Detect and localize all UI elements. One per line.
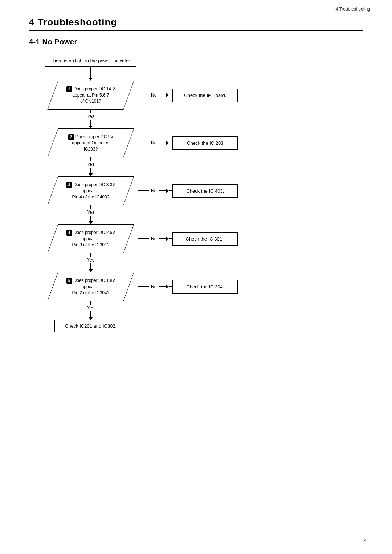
page-number: 4-1	[364, 538, 370, 543]
end-box-text: Check IC201 and IC302.	[65, 323, 117, 329]
step-4-diamond-section: 4Does proper DC 2.5Vappear atPin 3 of th…	[44, 224, 138, 253]
result-2: Check the IC 203	[172, 136, 238, 150]
yes-row-2: Yes	[44, 157, 138, 176]
step-5-diamond: 5Does proper DC 1.8Vappear atPin 2 of th…	[53, 272, 129, 301]
result-1: Check the IP Board.	[172, 89, 238, 102]
end-box-container: Check IC201 and IC302.	[44, 320, 138, 332]
result-5: Check the IC 304.	[172, 280, 238, 294]
yes-label-2: Yes	[87, 162, 94, 167]
step-3-diamond-section: 3Does proper DC 3.3Vappear atPin 4 of th…	[44, 176, 138, 205]
badge-5: 5	[66, 278, 72, 284]
arrow-0	[89, 78, 93, 81]
step-5-no-section: No Check the IC 304.	[138, 280, 363, 294]
result-4: Check the IC 301 .	[172, 232, 238, 246]
yes-row-1: Yes	[44, 110, 138, 128]
step-4-diamond-text: 4Does proper DC 2.5Vappear atPin 3 of th…	[63, 230, 119, 248]
badge-2: 2	[68, 134, 74, 140]
no-label-5: No	[151, 284, 156, 289]
yes-row-5: Yes	[44, 301, 138, 320]
subsection-title: 4-1 No Power	[29, 38, 363, 46]
result-3: Check the IC 403.	[172, 184, 238, 198]
step-5: 5Does proper DC 1.8Vappear atPin 2 of th…	[44, 272, 363, 320]
step-4-row: 4Does proper DC 2.5Vappear atPin 3 of th…	[44, 224, 363, 253]
step-2-row: 2Does proper DC 5Vappear at Output ofIC2…	[44, 128, 363, 157]
end-box: Check IC201 and IC302.	[54, 320, 127, 332]
step-5-diamond-section: 5Does proper DC 1.8Vappear atPin 2 of th…	[44, 272, 138, 301]
page-footer: 4-1	[0, 535, 392, 543]
step-2-diamond-text: 2Does proper DC 5Vappear at Output ofIC2…	[65, 134, 117, 152]
badge-4: 4	[66, 230, 72, 236]
yes-label-3: Yes	[87, 210, 94, 215]
yes-row-3: Yes	[44, 205, 138, 224]
hline-1c	[169, 95, 172, 95]
no-label-1: No	[151, 93, 156, 98]
page-header: 4 Troubleshooting	[0, 0, 392, 13]
step-2: 2Does proper DC 5Vappear at Output ofIC2…	[44, 128, 363, 176]
yes-label-4: Yes	[87, 258, 94, 263]
yes-row-4: Yes	[44, 253, 138, 272]
page-content: 4 Troubleshooting 4-1 No Power There is …	[0, 13, 392, 354]
yes-label-1: Yes	[87, 114, 94, 119]
step-3-diamond-text: 3Does proper DC 3.3Vappear atPin 4 of th…	[63, 182, 119, 200]
start-box: There is no light in the power indicator…	[45, 55, 137, 67]
step-1-row: 1Does proper DC 14 Vappear at Pin 5,6,7o…	[44, 81, 363, 110]
start-box-text: There is no light in the power indicator…	[50, 58, 131, 63]
step-4-diamond: 4Does proper DC 2.5Vappear atPin 3 of th…	[53, 224, 129, 253]
hline-1b	[159, 95, 166, 95]
vline-0	[90, 67, 91, 78]
no-label-2: No	[151, 140, 156, 145]
step-3-row: 3Does proper DC 3.3Vappear atPin 4 of th…	[44, 176, 363, 205]
step-2-no-section: No Check the IC 203	[138, 136, 363, 150]
step-3-diamond: 3Does proper DC 3.3Vappear atPin 4 of th…	[53, 176, 129, 205]
step-1-diamond-text: 1Does proper DC 14 Vappear at Pin 5,6,7o…	[63, 86, 119, 104]
step-1-diamond: 1Does proper DC 14 Vappear at Pin 5,6,7o…	[53, 81, 129, 110]
step-3-no-section: No Check the IC 403.	[138, 184, 363, 198]
step-1-diamond-section: 1Does proper DC 14 Vappear at Pin 5,6,7o…	[44, 81, 138, 110]
hline-1	[138, 95, 149, 95]
step-5-row: 5Does proper DC 1.8Vappear atPin 2 of th…	[44, 272, 363, 301]
badge-1: 1	[66, 86, 72, 92]
step-5-diamond-text: 5Does proper DC 1.8Vappear atPin 2 of th…	[63, 278, 119, 296]
yes-label-5: Yes	[87, 305, 94, 311]
step-1-no-section: No Check the IP Board.	[138, 89, 363, 102]
section-title: 4 Troubleshooting	[29, 17, 363, 31]
step-4-no-section: No Check the IC 301 .	[138, 232, 363, 246]
header-text: 4 Troubleshooting	[336, 7, 370, 12]
step-4: 4Does proper DC 2.5Vappear atPin 3 of th…	[44, 224, 363, 272]
step-3: 3Does proper DC 3.3Vappear atPin 4 of th…	[44, 176, 363, 224]
no-label-3: No	[151, 188, 156, 193]
flowchart: There is no light in the power indicator…	[44, 55, 363, 332]
step-1: 1Does proper DC 14 Vappear at Pin 5,6,7o…	[44, 81, 363, 128]
step-2-diamond-section: 2Does proper DC 5Vappear at Output ofIC2…	[44, 128, 138, 157]
arrow-right-1	[166, 93, 169, 97]
step-2-diamond: 2Does proper DC 5Vappear at Output ofIC2…	[53, 128, 129, 157]
arrow-down-1	[89, 126, 93, 128]
no-label-4: No	[151, 236, 156, 241]
badge-3: 3	[66, 182, 72, 188]
